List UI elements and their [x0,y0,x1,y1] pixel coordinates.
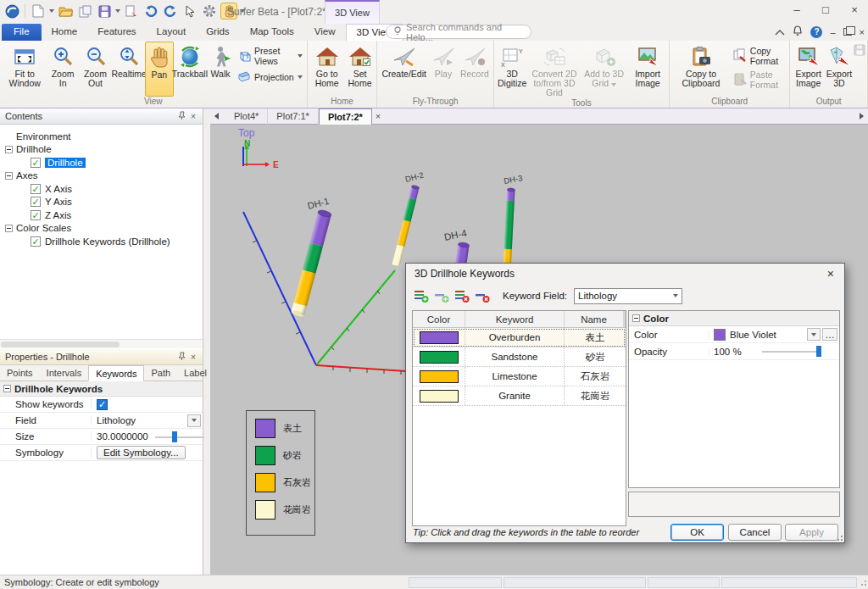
trackball-button[interactable]: Trackball [174,42,206,97]
tab-path[interactable]: Path [144,365,177,381]
dialog-title-bar[interactable]: 3D Drillhole Keywords × [406,264,844,284]
undo-button[interactable] [142,3,159,19]
edit-symbology-button[interactable]: Edit Symbology... [97,446,186,459]
flythrough-create-edit-button[interactable]: Create/Edit [379,42,429,97]
opacity-slider[interactable] [762,346,821,357]
field-dropdown[interactable] [187,414,201,427]
window-resize-grip[interactable] [859,578,867,586]
cancel-button[interactable]: Cancel [728,524,782,541]
ok-button[interactable]: OK [670,524,724,541]
tab-features[interactable]: Features [87,24,146,41]
color-more-button[interactable]: … [822,328,837,341]
new-file-button[interactable] [30,3,47,19]
table-row-limestone[interactable]: Limestone 石灰岩 [413,367,626,386]
checkbox-checked[interactable]: ✓ [31,158,41,168]
add-keywords-icon[interactable] [413,288,430,303]
tab-points[interactable]: Points [0,365,40,381]
minimize-button[interactable]: – [788,3,805,16]
notifications-bell-icon[interactable] [793,25,803,38]
tree-item-color-scales-group[interactable]: Color Scales [0,222,203,236]
table-row-sandstone[interactable]: Sandstone 砂岩 [413,347,626,367]
import-image-button[interactable]: Import Image [628,42,667,98]
go-to-home-button[interactable]: Go to Home [309,42,345,97]
pin-icon[interactable] [175,352,187,362]
section-drillhole-keywords[interactable]: Drillhole Keywords [0,381,203,397]
save-dropdown[interactable] [115,9,120,13]
copy-to-clipboard-button[interactable]: Copy to Clipboard [671,42,731,97]
search-input[interactable]: Search commands and Help... [386,25,531,39]
save-button[interactable] [96,3,113,19]
tab-grids[interactable]: Grids [196,24,239,41]
realtime-button[interactable]: Realtime [113,42,145,97]
add-to-3d-grid-button[interactable]: Add to 3D Grid [580,42,628,98]
checkbox-checked[interactable]: ✓ [31,197,41,207]
close-panel-icon[interactable]: × [187,111,199,121]
open-file-button[interactable] [57,3,74,19]
select-cursor-button[interactable] [181,3,198,19]
tab-keywords[interactable]: Keywords [88,365,144,381]
collapse-icon[interactable] [5,172,13,180]
tab-scroll-right-icon[interactable] [860,113,864,119]
checkbox-checked[interactable]: ✓ [31,210,41,220]
tree-item-drillhole-group[interactable]: Drillhole [0,143,203,157]
export-file-button[interactable] [123,3,140,19]
flythrough-record-button[interactable]: Record [458,42,492,97]
doc-tab-plot7-1[interactable]: Plot7:1* [268,108,319,125]
checkbox-checked[interactable]: ✓ [31,184,41,194]
maximize-button[interactable]: □ [817,3,834,16]
fit-to-window-button[interactable]: Fit to Window [2,42,47,97]
tab-file[interactable]: File [2,24,42,41]
zoom-out-button[interactable]: Zoom Out [78,42,114,97]
tab-label[interactable]: Label [177,365,214,381]
dialog-resize-grip[interactable] [836,534,843,542]
import-button[interactable] [76,3,93,19]
help-icon[interactable]: ? [810,26,822,38]
tab-scroll-left-icon[interactable] [214,113,219,119]
apply-button[interactable]: Apply [785,524,838,541]
tree-item-y-axis[interactable]: ✓Y Axis [0,196,203,209]
tree-item-drillhole-keywords[interactable]: ✓Drillhole Keywords (Drillhole) [0,235,203,248]
delete-keywords-icon[interactable] [453,288,470,303]
dialog-close-icon[interactable]: × [826,267,836,281]
tab-map-tools[interactable]: Map Tools [240,24,304,41]
collapse-icon[interactable] [632,314,640,322]
tab-intervals[interactable]: Intervals [40,365,89,381]
tree-item-axes-group[interactable]: Axes [0,169,203,183]
tree-item-x-axis[interactable]: ✓X Axis [0,182,203,196]
pin-icon[interactable] [175,111,187,121]
close-doc-tab-icon[interactable]: × [372,108,386,125]
table-row-overburden[interactable]: Overburden 表土 [413,328,626,347]
tab-view[interactable]: View [304,24,346,41]
color-dropdown[interactable] [807,328,821,341]
copy-format-button[interactable]: Copy Format [731,45,787,67]
set-home-button[interactable]: Set Home [345,42,376,97]
show-keywords-checkbox[interactable]: ✓ [97,399,108,410]
section-color[interactable]: Color [629,311,839,326]
contents-hscrollbar[interactable] [0,339,203,348]
paste-format-button[interactable]: Paste Format [731,69,787,91]
table-row-granite[interactable]: Granite 花崗岩 [413,386,626,406]
new-file-dropdown[interactable] [49,9,54,13]
close-panel-icon[interactable]: × [187,352,199,362]
collapse-icon[interactable] [3,385,11,392]
redo-button[interactable] [162,3,179,19]
zoom-in-button[interactable]: Zoom In [47,42,77,97]
projection-button[interactable]: Projection [235,69,305,85]
walk-button[interactable]: Walk [206,42,235,97]
checkbox-checked[interactable]: ✓ [31,236,41,247]
doc-tab-plot4[interactable]: Plot4* [225,108,268,125]
output-save-button[interactable] [854,44,865,58]
tree-item-environment[interactable]: Environment [0,130,203,143]
3d-digitize-button[interactable]: YX 3D Digitize [496,42,529,98]
collapse-icon[interactable] [5,225,13,232]
flythrough-play-button[interactable]: Play [429,42,458,97]
close-button[interactable]: × [846,3,863,16]
mdi-minimize-icon[interactable]: – [830,27,835,37]
mdi-restore-icon[interactable] [843,28,852,36]
preset-views-button[interactable]: Preset Views [235,45,305,67]
mdi-close-icon[interactable]: × [860,27,865,37]
pan-button[interactable]: Pan [145,42,174,97]
collapse-ribbon-icon[interactable] [775,27,785,37]
tree-item-z-axis[interactable]: ✓Z Axis [0,208,203,222]
options-gear-button[interactable] [201,3,218,19]
